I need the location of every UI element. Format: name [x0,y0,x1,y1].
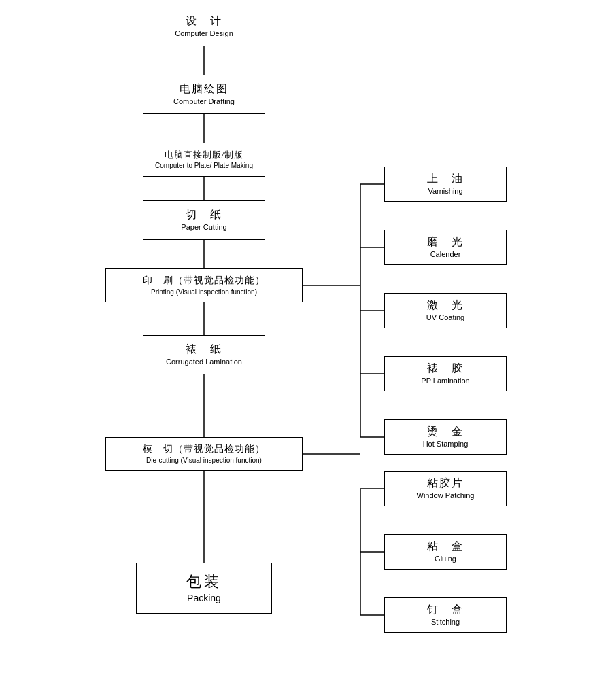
varnishing-zh: 上 油 [427,172,464,186]
corrugated-zh: 裱 纸 [186,343,222,357]
calender-zh: 磨 光 [427,235,464,249]
corrugated-box: 裱 纸 Corrugated Lamination [143,335,265,374]
window-patching-zh: 粘胶片 [427,476,464,491]
packing-box: 包装 Packing [136,563,272,614]
window-patching-en: Window Patching [417,491,475,500]
paper-cutting-box: 切 纸 Paper Cutting [143,200,265,240]
plate-making-en: Computer to Plate/ Plate Making [155,161,253,170]
stitching-zh: 钉 盒 [427,603,464,617]
window-patching-box: 粘胶片 Window Patching [384,471,507,506]
computer-drafting-zh: 电脑绘图 [180,82,228,97]
die-cutting-box: 模 切（带视觉品检功能） Die-cutting (Visual inspect… [105,437,303,471]
plate-making-zh: 电脑直接制版/制版 [165,150,244,161]
packing-zh: 包装 [186,572,222,592]
corrugated-en: Corrugated Lamination [166,357,242,366]
computer-design-box: 设 计 Computer Design [143,7,265,46]
stitching-box: 钉 盒 Stitching [384,597,507,633]
plate-making-box: 电脑直接制版/制版 Computer to Plate/ Plate Makin… [143,143,265,177]
uv-coating-zh: 激 光 [427,298,464,313]
gluing-box: 粘 盒 Gluing [384,534,507,570]
connectors [0,0,612,700]
computer-design-zh: 设 计 [186,14,222,29]
hot-stamping-box: 烫 金 Hot Stamping [384,419,507,455]
printing-zh: 印 刷（带视觉品检功能） [143,275,265,287]
printing-box: 印 刷（带视觉品检功能） Printing (Visual inspection… [105,268,303,302]
uv-coating-en: UV Coating [426,313,464,322]
computer-design-en: Computer Design [175,29,233,38]
stitching-en: Stitching [431,617,460,627]
hot-stamping-zh: 烫 金 [427,425,464,439]
calender-box: 磨 光 Calender [384,230,507,265]
printing-en: Printing (Visual inspection function) [151,287,257,296]
varnishing-en: Varnishing [428,186,462,196]
pp-lamination-box: 裱 胶 PP Lamination [384,356,507,391]
paper-cutting-en: Paper Cutting [181,222,226,232]
uv-coating-box: 激 光 UV Coating [384,293,507,328]
hot-stamping-en: Hot Stamping [423,439,469,449]
varnishing-box: 上 油 Varnishing [384,167,507,202]
die-cutting-en: Die-cutting (Visual inspection function) [146,456,262,465]
packing-en: Packing [187,592,221,604]
computer-drafting-box: 电脑绘图 Computer Drafting [143,75,265,114]
computer-drafting-en: Computer Drafting [173,97,235,106]
pp-lamination-zh: 裱 胶 [427,362,464,376]
calender-en: Calender [430,249,461,259]
pp-lamination-en: PP Lamination [421,376,469,385]
paper-cutting-zh: 切 纸 [186,208,222,222]
gluing-zh: 粘 盒 [427,540,464,554]
die-cutting-zh: 模 切（带视觉品检功能） [143,443,265,455]
gluing-en: Gluing [435,554,456,563]
diagram: 设 计 Computer Design 电脑绘图 Computer Drafti… [0,0,612,700]
